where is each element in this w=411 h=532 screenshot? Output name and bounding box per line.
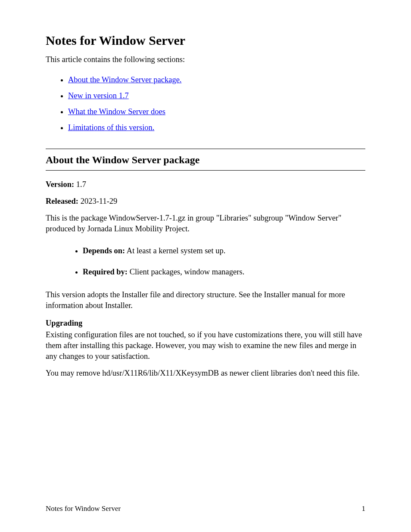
toc-item: About the Window Server package.: [68, 72, 365, 88]
footer-page-number: 1: [362, 504, 366, 513]
page-footer: Notes for Window Server 1: [46, 504, 365, 513]
toc-link-limitations[interactable]: Limitations of this version.: [68, 123, 154, 132]
intro-text: This article contains the following sect…: [46, 54, 365, 65]
version-value: 1.7: [74, 180, 86, 189]
released-line: Released: 2023-11-29: [46, 196, 365, 207]
section-heading: About the Window Server package: [46, 149, 365, 171]
toc-link-what[interactable]: What the Window Server does: [68, 107, 165, 116]
toc-item: New in version 1.7: [68, 88, 365, 104]
page-title: Notes for Window Server: [46, 33, 365, 48]
required-by-label: Required by:: [83, 268, 128, 276]
required-by-item: Required by: Client packages, window man…: [83, 261, 365, 283]
upgrading-para-2: You may remove hd/usr/X11R6/lib/X11/XKey…: [46, 368, 365, 379]
toc-link-about[interactable]: About the Window Server package.: [68, 75, 182, 84]
toc-item: What the Window Server does: [68, 104, 365, 120]
released-label: Released:: [46, 197, 78, 205]
dependency-list: Depends on: At least a kernel system set…: [46, 240, 365, 283]
depends-text: At least a kernel system set up.: [125, 246, 225, 255]
upgrading-para-1: Existing configuration files are not tou…: [46, 330, 365, 362]
depends-label: Depends on:: [83, 246, 125, 255]
depends-item: Depends on: At least a kernel system set…: [83, 240, 365, 261]
toc-list: About the Window Server package. New in …: [46, 72, 365, 136]
upgrading-heading: Upgrading: [46, 319, 365, 328]
installer-note: This version adopts the Installer file a…: [46, 289, 365, 311]
required-by-text: Client packages, window managers.: [128, 268, 244, 276]
version-line: Version: 1.7: [46, 179, 365, 190]
toc-item: Limitations of this version.: [68, 120, 365, 136]
toc-link-new[interactable]: New in version 1.7: [68, 91, 129, 100]
section-about: About the Window Server package Version:…: [46, 149, 365, 379]
footer-left: Notes for Window Server: [46, 504, 121, 513]
package-description: This is the package WindowServer-1.7-1.g…: [46, 213, 365, 234]
released-value: 2023-11-29: [78, 197, 117, 205]
version-label: Version:: [46, 180, 74, 189]
